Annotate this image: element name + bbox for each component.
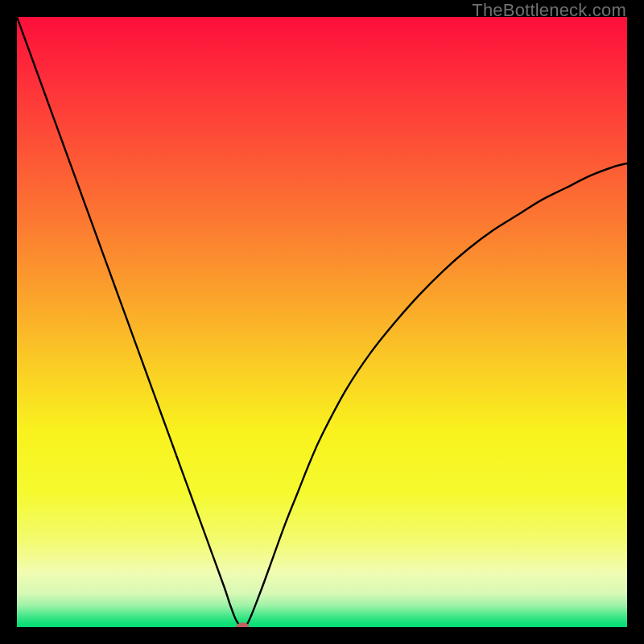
watermark-text: TheBottleneck.com — [472, 0, 626, 21]
chart-frame — [17, 17, 627, 627]
bottleneck-chart — [17, 17, 627, 627]
gradient-background — [17, 17, 627, 627]
